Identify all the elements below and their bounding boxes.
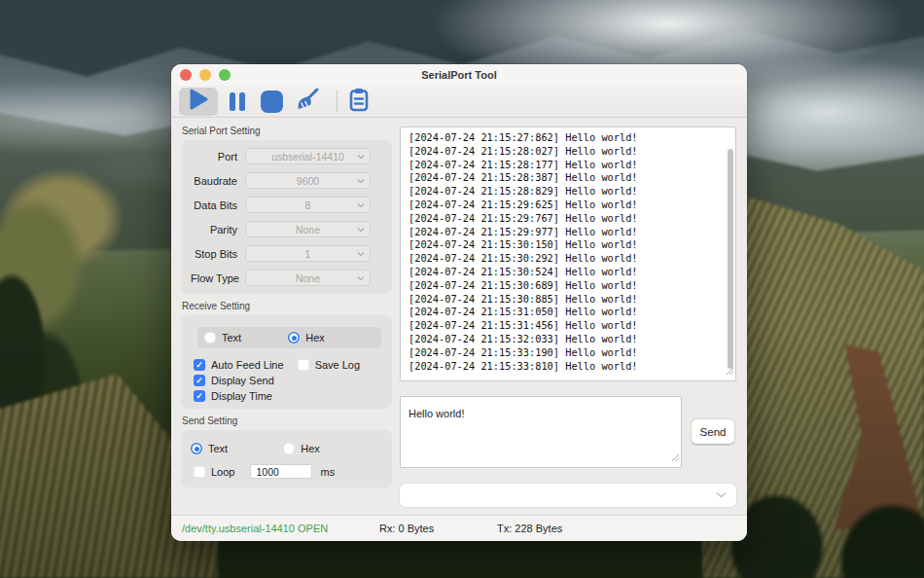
log-line: [2024-07-24 21:15:30:885] Hello world! [409, 293, 735, 307]
display-time-checkbox[interactable]: ✓ Display Time [194, 390, 272, 402]
send-button[interactable]: Send [692, 419, 734, 444]
port-value: usbserial-14410 [271, 151, 344, 163]
loop-label: Loop [211, 466, 234, 478]
log-button[interactable] [346, 88, 372, 116]
log-line: [2024-07-24 21:15:29:767] Hello world! [409, 212, 735, 226]
stop-bits-select[interactable]: 1 [245, 245, 371, 262]
chevron-down-icon [357, 202, 365, 208]
save-log-label: Save Log [315, 359, 360, 371]
loop-interval-input[interactable]: 1000 [250, 464, 312, 479]
baudrate-select[interactable]: 9600 [245, 172, 371, 189]
stop-bits-value: 1 [305, 248, 311, 260]
receive-hex-radio-label: Hex [305, 332, 325, 343]
toolbar [171, 86, 747, 118]
log-line: [2024-07-24 21:15:28:027] Hello world! [409, 145, 735, 159]
chevron-down-icon [357, 275, 365, 281]
data-bits-label: Data Bits [191, 199, 237, 211]
zoom-button[interactable] [219, 69, 231, 81]
serial-port-setting-group: Port usbserial-14410 Baudrate 9600 Data … [181, 140, 392, 294]
send-text-radio-label: Text [208, 443, 228, 454]
chevron-down-icon [357, 178, 365, 184]
log-line: [2024-07-24 21:15:28:177] Hello world! [409, 159, 735, 172]
resize-grip-icon[interactable] [726, 362, 734, 379]
checkbox-checked-icon: ✓ [194, 390, 205, 402]
receive-setting-group: Text Hex ✓ Auto Feed Line [181, 315, 392, 409]
radio-selected-icon [288, 332, 300, 343]
flow-type-select[interactable]: None [245, 270, 371, 286]
save-log-checkbox[interactable]: Save Log [298, 359, 360, 371]
titlebar: SerialPort Tool [171, 64, 747, 86]
loop-row: Loop 1000 ms [181, 464, 392, 479]
flow-type-label: Flow Type [191, 272, 237, 284]
radio-icon [283, 443, 295, 454]
radio-selected-icon [191, 443, 202, 454]
stop-button[interactable] [258, 88, 285, 116]
send-setting-group: Text Hex Loop 1000 [181, 430, 392, 488]
minimize-button[interactable] [199, 69, 211, 81]
rx-bytes-text: Rx: 0 Bytes [379, 523, 434, 534]
port-select[interactable]: usbserial-14410 [245, 148, 371, 164]
receive-text-radio[interactable]: Text [204, 332, 241, 343]
log-line: [2024-07-24 21:15:33:810] Hello world! [409, 360, 735, 374]
send-message-text: Hello world! [409, 408, 464, 419]
log-line: [2024-07-24 21:15:29:977] Hello world! [409, 226, 735, 239]
checkbox-checked-icon: ✓ [194, 359, 205, 371]
tx-bytes-text: Tx: 228 Bytes [497, 523, 562, 534]
play-icon [189, 89, 208, 114]
receive-hex-radio[interactable]: Hex [288, 332, 325, 343]
parity-select[interactable]: None [245, 221, 371, 237]
start-button[interactable] [179, 88, 218, 116]
toolbar-separator [337, 90, 338, 112]
send-hex-radio-label: Hex [301, 443, 320, 454]
send-mode-row: Text Hex [181, 443, 392, 454]
baudrate-value: 9600 [297, 175, 319, 187]
window-title: SerialPort Tool [421, 69, 496, 81]
port-label: Port [191, 151, 237, 163]
send-message-textarea[interactable]: Hello world! [400, 396, 682, 468]
resize-grip-icon[interactable] [671, 449, 680, 466]
quick-send-combobox[interactable] [400, 484, 736, 507]
settings-panel: Serial Port Setting Port usbserial-14410… [181, 118, 392, 488]
pause-icon [230, 92, 245, 111]
clear-button[interactable] [289, 88, 324, 116]
baudrate-label: Baudrate [191, 175, 237, 187]
checkbox-checked-icon: ✓ [194, 375, 205, 386]
log-line: [2024-07-24 21:15:31:050] Hello world! [409, 306, 735, 319]
log-line: [2024-07-24 21:15:30:689] Hello world! [409, 279, 735, 293]
receive-setting-label: Receive Setting [182, 301, 392, 311]
log-line: [2024-07-24 21:15:30:524] Hello world! [409, 266, 735, 279]
send-text-radio[interactable]: Text [191, 443, 228, 454]
log-scrollbar[interactable] [728, 149, 733, 369]
send-area: Hello world! Send [400, 396, 736, 468]
data-bits-select[interactable]: 8 [245, 197, 371, 213]
loop-checkbox[interactable]: Loop [194, 466, 234, 478]
desktop: SerialPort Tool [0, 0, 924, 578]
stop-icon [261, 90, 283, 113]
display-time-label: Display Time [211, 390, 272, 402]
chevron-down-icon [716, 491, 727, 498]
log-line: [2024-07-24 21:15:31:456] Hello world! [409, 319, 735, 333]
serialport-tool-window: SerialPort Tool [171, 64, 747, 541]
log-line: [2024-07-24 21:15:30:292] Hello world! [409, 252, 735, 266]
auto-feed-line-checkbox[interactable]: ✓ Auto Feed Line [194, 359, 284, 371]
checkbox-unchecked-icon [194, 466, 205, 478]
display-send-checkbox[interactable]: ✓ Display Send [194, 375, 274, 386]
display-send-label: Display Send [211, 375, 274, 386]
send-hex-radio[interactable]: Hex [283, 443, 320, 454]
send-setting-label: Send Setting [182, 415, 392, 426]
pause-button[interactable] [226, 88, 249, 116]
clipboard-icon [348, 88, 370, 116]
log-line: [2024-07-24 21:15:28:387] Hello world! [409, 171, 735, 185]
log-line: [2024-07-24 21:15:33:190] Hello world! [409, 346, 735, 360]
checkbox-unchecked-icon [298, 359, 309, 371]
stop-bits-label: Stop Bits [191, 248, 237, 260]
port-status-text: /dev/tty.usbserial-14410 OPEN [182, 523, 328, 534]
window-content: Serial Port Setting Port usbserial-14410… [171, 118, 747, 515]
serial-port-setting-label: Serial Port Setting [182, 126, 392, 136]
receive-log-area[interactable]: [2024-07-24 21:15:27:862] Hello world! [… [400, 126, 736, 381]
chevron-down-icon [357, 154, 365, 160]
chevron-down-icon [357, 227, 365, 233]
loop-unit-label: ms [320, 466, 335, 478]
close-button[interactable] [180, 69, 192, 81]
flow-type-value: None [296, 272, 320, 284]
